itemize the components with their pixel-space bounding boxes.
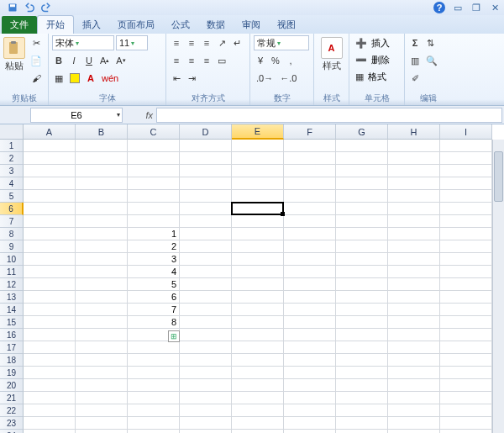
cell-H2[interactable]: [388, 152, 440, 165]
cell-E8[interactable]: [232, 228, 284, 240]
cell-D16[interactable]: [180, 329, 232, 341]
cell-F12[interactable]: [284, 278, 336, 291]
cell-A5[interactable]: [24, 190, 76, 203]
cell-G13[interactable]: [336, 291, 388, 304]
cell-H18[interactable]: [388, 354, 440, 367]
row-header-24[interactable]: 24: [0, 430, 24, 433]
cell-B13[interactable]: [76, 291, 128, 304]
paste-button[interactable]: 粘贴: [3, 35, 25, 72]
cell-E10[interactable]: [232, 253, 284, 266]
select-all-corner[interactable]: [0, 124, 24, 140]
align-middle-icon[interactable]: ≡: [185, 35, 198, 50]
row-header-2[interactable]: 2: [0, 152, 24, 165]
format-cells-icon[interactable]: ▦: [353, 69, 366, 84]
name-box[interactable]: E6▾: [30, 108, 123, 123]
cell-G6[interactable]: [336, 203, 388, 215]
cell-D3[interactable]: [180, 165, 232, 177]
cell-I7[interactable]: [440, 215, 492, 228]
cell-A9[interactable]: [24, 240, 76, 253]
cell-G5[interactable]: [336, 190, 388, 203]
cell-H13[interactable]: [388, 291, 440, 304]
cell-I13[interactable]: [440, 291, 492, 304]
cell-E21[interactable]: [232, 392, 284, 404]
cell-D4[interactable]: [180, 177, 232, 190]
cell-E24[interactable]: [232, 430, 284, 433]
cell-D17[interactable]: [180, 341, 232, 354]
cell-D10[interactable]: [180, 253, 232, 266]
cell-F18[interactable]: [284, 354, 336, 367]
cell-I2[interactable]: [440, 152, 492, 165]
column-header-C[interactable]: C: [128, 124, 180, 140]
cell-C17[interactable]: [128, 341, 180, 354]
cell-F7[interactable]: [284, 215, 336, 228]
cell-B6[interactable]: [76, 203, 128, 215]
cell-H12[interactable]: [388, 278, 440, 291]
row-header-11[interactable]: 11: [0, 266, 24, 278]
cell-C3[interactable]: [128, 165, 180, 177]
undo-icon[interactable]: [24, 2, 35, 13]
cell-F20[interactable]: [284, 379, 336, 392]
cell-A1[interactable]: [24, 140, 76, 152]
cell-G17[interactable]: [336, 341, 388, 354]
row-header-17[interactable]: 17: [0, 341, 24, 354]
cell-G15[interactable]: [336, 316, 388, 329]
cell-F23[interactable]: [284, 417, 336, 430]
cell-A10[interactable]: [24, 253, 76, 266]
cell-E14[interactable]: [232, 304, 284, 316]
cell-E1[interactable]: [232, 140, 284, 152]
cell-A11[interactable]: [24, 266, 76, 278]
cell-F6[interactable]: [284, 203, 336, 215]
cell-H9[interactable]: [388, 240, 440, 253]
cell-E19[interactable]: [232, 367, 284, 379]
cell-C23[interactable]: [128, 417, 180, 430]
cell-H11[interactable]: [388, 266, 440, 278]
cell-D19[interactable]: [180, 367, 232, 379]
align-left-icon[interactable]: ≡: [170, 53, 183, 68]
row-header-15[interactable]: 15: [0, 316, 24, 329]
formula-input[interactable]: [156, 108, 502, 123]
cell-G24[interactable]: [336, 430, 388, 433]
copy-icon[interactable]: 📄: [28, 53, 45, 68]
cell-D21[interactable]: [180, 392, 232, 404]
cell-A16[interactable]: [24, 329, 76, 341]
cell-G3[interactable]: [336, 165, 388, 177]
cell-D5[interactable]: [180, 190, 232, 203]
decrease-decimal-icon[interactable]: ←.0: [277, 71, 299, 86]
cell-D20[interactable]: [180, 379, 232, 392]
font-color-icon[interactable]: A: [84, 71, 97, 86]
row-header-6[interactable]: 6: [0, 203, 24, 215]
find-icon[interactable]: 🔍: [423, 53, 440, 68]
insert-cells-icon[interactable]: ➕: [353, 35, 370, 50]
cell-D13[interactable]: [180, 291, 232, 304]
cell-F9[interactable]: [284, 240, 336, 253]
phonetic-icon[interactable]: wén: [99, 71, 121, 86]
cell-D12[interactable]: [180, 278, 232, 291]
cell-B3[interactable]: [76, 165, 128, 177]
cell-C6[interactable]: [128, 203, 180, 215]
autofill-options-icon[interactable]: ⊞: [168, 330, 180, 342]
cell-E23[interactable]: [232, 417, 284, 430]
cell-A3[interactable]: [24, 165, 76, 177]
number-format-combo[interactable]: 常规▾: [254, 35, 309, 50]
cell-A21[interactable]: [24, 392, 76, 404]
cell-D18[interactable]: [180, 354, 232, 367]
cell-A24[interactable]: [24, 430, 76, 433]
cell-H7[interactable]: [388, 215, 440, 228]
cell-A18[interactable]: [24, 354, 76, 367]
tab-page-layout[interactable]: 页面布局: [109, 16, 163, 34]
cell-B18[interactable]: [76, 354, 128, 367]
cell-B7[interactable]: [76, 215, 128, 228]
column-header-F[interactable]: F: [284, 124, 336, 140]
cell-F22[interactable]: [284, 404, 336, 417]
cell-E17[interactable]: [232, 341, 284, 354]
cell-I17[interactable]: [440, 341, 492, 354]
column-header-H[interactable]: H: [388, 124, 440, 140]
font-name-combo[interactable]: 宋体▾: [52, 35, 114, 50]
cell-B23[interactable]: [76, 417, 128, 430]
cell-D24[interactable]: [180, 430, 232, 433]
cell-F24[interactable]: [284, 430, 336, 433]
cell-H17[interactable]: [388, 341, 440, 354]
percent-icon[interactable]: %: [269, 53, 282, 68]
cell-D22[interactable]: [180, 404, 232, 417]
align-top-icon[interactable]: ≡: [170, 35, 183, 50]
